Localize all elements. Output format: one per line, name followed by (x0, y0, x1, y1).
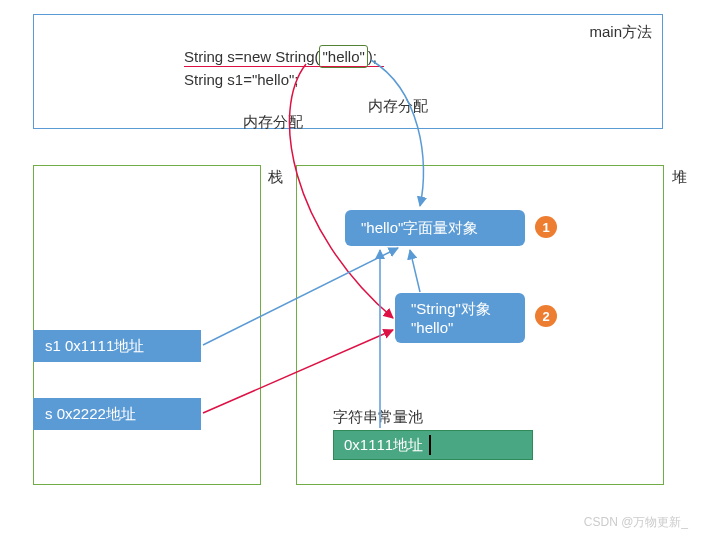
heap-label: 堆 (672, 168, 687, 187)
badge-2: 2 (535, 305, 557, 327)
heap-string-l2: "hello" (411, 318, 509, 338)
code-l1-prefix: String s=new String( (184, 48, 319, 65)
code-line-2: String s1="hello"; (184, 69, 384, 90)
pool-cursor (429, 435, 431, 455)
stack-item-s1: s1 0x1111地址 (33, 330, 201, 362)
stack-box (33, 165, 261, 485)
watermark: CSDN @万物更新_ (584, 514, 688, 531)
stack-label: 栈 (268, 168, 283, 187)
alloc-label-left: 内存分配 (243, 113, 303, 132)
heap-string-object: "String"对象 "hello" (395, 293, 525, 343)
main-method-box: main方法 String s=new String("hello"); Str… (33, 14, 663, 129)
code-l1-suffix: ); (368, 48, 377, 65)
pool-entry: 0x1111地址 (333, 430, 533, 460)
pool-entry-text: 0x1111地址 (344, 436, 423, 455)
hello-arg-box: "hello" (319, 45, 367, 68)
badge-1: 1 (535, 216, 557, 238)
alloc-label-right: 内存分配 (368, 97, 428, 116)
code-block: String s=new String("hello"); String s1=… (184, 45, 384, 90)
heap-literal-text: "hello"字面量对象 (361, 218, 509, 238)
pool-label: 字符串常量池 (333, 408, 423, 427)
code-line-1: String s=new String("hello"); (184, 45, 384, 68)
heap-literal-object: "hello"字面量对象 (345, 210, 525, 246)
heap-string-l1: "String"对象 (411, 299, 509, 319)
stack-item-s: s 0x2222地址 (33, 398, 201, 430)
main-label: main方法 (589, 23, 652, 42)
